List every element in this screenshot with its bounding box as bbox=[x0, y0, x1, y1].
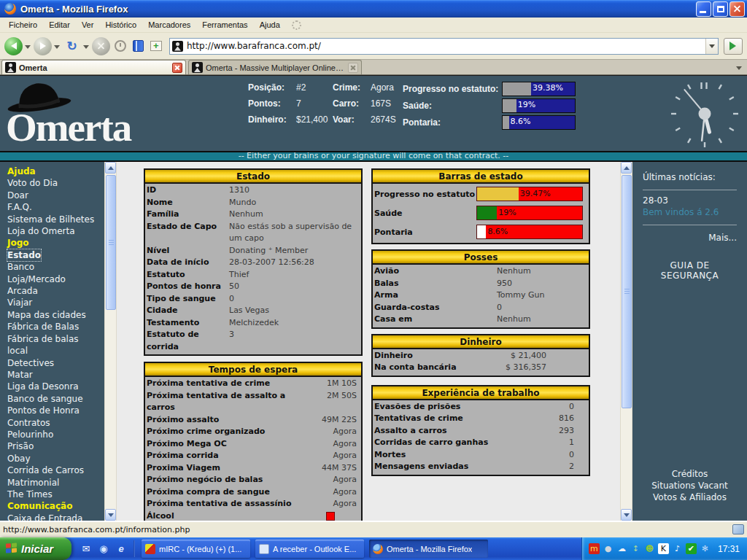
sidebar-item-f-a-q[interactable]: F.A.Q. bbox=[7, 201, 100, 213]
sidebar-item-viajar[interactable]: Viajar bbox=[7, 297, 100, 308]
internet-explorer-icon[interactable]: e bbox=[115, 543, 127, 554]
row-label: Casa em bbox=[374, 314, 497, 326]
tab-omerta[interactable]: Omerta bbox=[1, 60, 186, 74]
menu-bar: FicheiroEditarVerHistóricoMarcadoresFerr… bbox=[0, 18, 747, 33]
sidebar-item-corrida-de-carros[interactable]: Corrida de Carros bbox=[7, 464, 100, 476]
sidebar-item-estado[interactable]: Estado bbox=[7, 249, 41, 261]
url-bar[interactable]: http://www.barafranca.com.pt/ bbox=[169, 38, 719, 55]
sidebar-item-voto-do-dia[interactable]: Voto do Dia bbox=[7, 177, 100, 189]
news-headline-link[interactable]: Bem vindos á 2.6 bbox=[643, 207, 737, 217]
sidebar-item-pelourinho[interactable]: Pelourinho bbox=[7, 429, 100, 440]
news-more-link[interactable]: Mais... bbox=[643, 233, 737, 243]
scrollbar-thumb[interactable] bbox=[622, 175, 632, 408]
bookmarks-icon[interactable] bbox=[133, 40, 144, 52]
tray-kaspersky-icon[interactable]: K bbox=[658, 543, 669, 554]
taskbar-task-mirc-kredu-1[interactable]: mIRC - (Kredu) (+) (1... bbox=[142, 540, 250, 558]
media-player-icon[interactable]: ◉ bbox=[98, 543, 109, 554]
reload-button[interactable]: ↻ bbox=[63, 37, 81, 55]
task-label: Omerta - Mozilla Firefox bbox=[387, 545, 472, 553]
stat-value: 7 bbox=[296, 98, 301, 110]
menu-historico[interactable]: Histórico bbox=[99, 19, 142, 31]
scrollbar-thumb[interactable] bbox=[106, 175, 116, 310]
scroll-up-button[interactable] bbox=[621, 162, 632, 174]
footer-link-votos-afiliados[interactable]: Votos & Afiliados bbox=[632, 491, 747, 503]
row-value: 293 bbox=[554, 425, 584, 438]
content-scrollbar[interactable] bbox=[620, 162, 632, 521]
tab-close-icon[interactable] bbox=[172, 63, 182, 73]
sidebar-item-banco[interactable]: Banco bbox=[7, 261, 100, 273]
sidebar-item-liga-da-desonra[interactable]: Liga da Desonra bbox=[7, 381, 100, 392]
menu-ajuda[interactable]: Ajuda bbox=[254, 19, 286, 31]
reload-dropdown[interactable] bbox=[83, 45, 89, 52]
outlook-express-icon[interactable]: ✉ bbox=[80, 543, 92, 554]
tray-sync-icon[interactable]: ↕ bbox=[630, 543, 641, 554]
row-value: 1 bbox=[554, 437, 584, 449]
menu-marcadores[interactable]: Marcadores bbox=[142, 19, 196, 31]
scrollbar-track[interactable] bbox=[105, 174, 116, 509]
sidebar-item-arcada[interactable]: Arcada bbox=[7, 285, 100, 297]
sidebar-item-banco-de-sangue[interactable]: Banco de sangue bbox=[7, 393, 100, 405]
sidebar-item-obay[interactable]: Obay bbox=[7, 453, 100, 464]
tab-close-icon[interactable] bbox=[348, 63, 358, 73]
go-button[interactable] bbox=[724, 38, 743, 55]
sidebar-item-mapa-das-cidades[interactable]: Mapa das cidades bbox=[7, 309, 100, 321]
omerta-logo[interactable]: Omerta bbox=[6, 76, 163, 152]
sidebar-item-fabrica-de-balas-local[interactable]: Fábrica de balas local bbox=[7, 333, 100, 357]
restore-button[interactable] bbox=[713, 1, 728, 17]
footer-link-creditos[interactable]: Créditos bbox=[632, 468, 747, 480]
sidebar-item-contratos[interactable]: Contratos bbox=[7, 417, 100, 429]
sidebar-item-pontos-de-honra[interactable]: Pontos de Honra bbox=[7, 405, 100, 416]
sidebar-scrollbar[interactable] bbox=[104, 162, 117, 521]
sidebar-item-doar[interactable]: Doar bbox=[7, 190, 100, 201]
tray-mirc-icon[interactable]: m bbox=[589, 543, 600, 554]
url-dropdown[interactable] bbox=[705, 39, 718, 54]
sidebar-item-matar[interactable]: Matar bbox=[7, 369, 100, 381]
menu-editar[interactable]: Editar bbox=[43, 19, 76, 31]
sidebar-item-loja-mercado[interactable]: Loja/Mercado bbox=[7, 273, 100, 285]
row-balas: Balas950 bbox=[373, 278, 589, 290]
row-aviao: AviãoNenhum bbox=[373, 265, 589, 278]
tab-list-button[interactable] bbox=[732, 61, 746, 74]
sidebar-item-detectives[interactable]: Detectives bbox=[7, 357, 100, 369]
tab-omerta-massive-multiplay[interactable]: Omerta - Massive Multiplayer Online M... bbox=[188, 60, 362, 74]
history-icon[interactable] bbox=[115, 40, 126, 52]
scroll-up-button[interactable] bbox=[105, 162, 116, 174]
sidebar-item-the-times[interactable]: The Times bbox=[7, 489, 100, 500]
new-tab-icon[interactable] bbox=[150, 41, 162, 51]
stop-button[interactable] bbox=[92, 37, 110, 55]
progress-bar: 8.6% bbox=[476, 225, 583, 239]
url-input[interactable]: http://www.barafranca.com.pt/ bbox=[187, 41, 705, 51]
security-guide-link[interactable]: GUIA DE SEGURANÇA bbox=[643, 260, 737, 281]
tray-antivirus-ok-icon[interactable]: ✔ bbox=[686, 543, 697, 554]
sidebar-item-matrimonial[interactable]: Matrimonial bbox=[7, 477, 100, 489]
footer-link-situations-vacant[interactable]: Situations Vacant bbox=[632, 480, 747, 491]
menu-ficheiro[interactable]: Ficheiro bbox=[3, 19, 43, 31]
progress-fill bbox=[477, 206, 497, 219]
forward-dropdown[interactable] bbox=[54, 45, 60, 52]
sidebar-item-prisao[interactable]: Prisão bbox=[7, 440, 100, 452]
forward-button[interactable] bbox=[34, 37, 52, 55]
menu-ferramentas[interactable]: Ferramentas bbox=[196, 19, 253, 31]
menu-ver[interactable]: Ver bbox=[76, 19, 100, 31]
taskbar-task-omerta-mozilla-firefox[interactable]: Omerta - Mozilla Firefox bbox=[369, 540, 488, 558]
title-bar[interactable]: Omerta - Mozilla Firefox bbox=[0, 0, 747, 18]
taskbar-task-a-receber-outlook-e[interactable]: A receber - Outlook E... bbox=[255, 540, 364, 558]
start-button[interactable]: Iniciar bbox=[0, 537, 71, 560]
scroll-down-button[interactable] bbox=[621, 509, 632, 521]
minimize-button[interactable] bbox=[696, 1, 711, 17]
back-dropdown[interactable] bbox=[25, 45, 31, 52]
back-button[interactable] bbox=[4, 37, 23, 55]
close-button[interactable] bbox=[729, 1, 745, 17]
tray-cloud-icon[interactable]: ☁ bbox=[616, 543, 627, 554]
tray-messenger-icon[interactable]: ☻ bbox=[644, 543, 655, 554]
scrollbar-track[interactable] bbox=[621, 174, 632, 509]
sidebar-item-loja-do-omerta[interactable]: Loja do Omerta bbox=[7, 225, 100, 237]
tray-volume-icon[interactable]: ♪ bbox=[672, 543, 683, 554]
tray-updates-icon[interactable]: ✻ bbox=[700, 543, 711, 554]
ff-icon bbox=[373, 544, 383, 554]
scroll-down-button[interactable] bbox=[105, 509, 116, 521]
sidebar-item-sistema-de-bilhetes[interactable]: Sistema de Bilhetes bbox=[7, 214, 100, 225]
sidebar-item-fabrica-de-balas[interactable]: Fábrica de Balas bbox=[7, 321, 100, 332]
tray-status-ball-icon[interactable]: ● bbox=[603, 543, 614, 554]
row-estatuto: EstatutoThief bbox=[145, 269, 361, 281]
